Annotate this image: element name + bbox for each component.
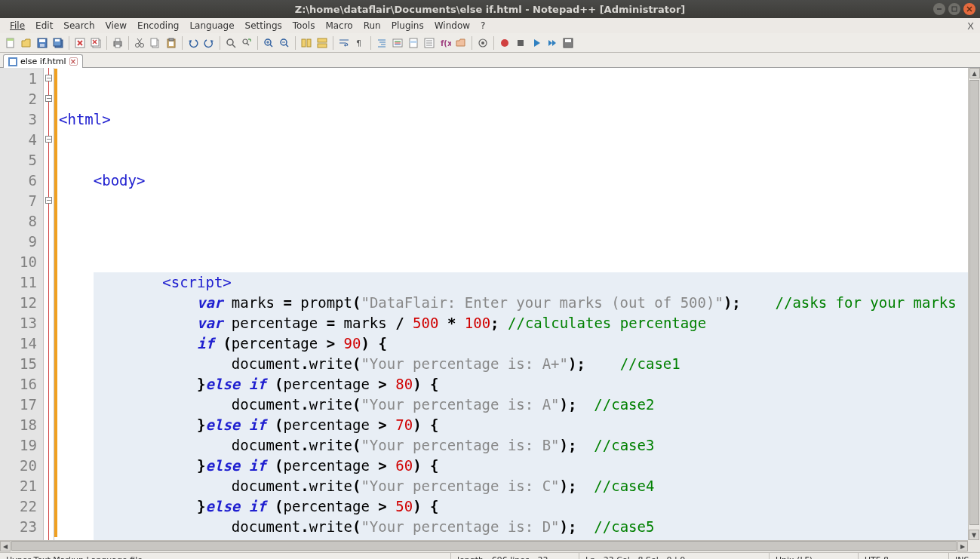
indent-guide-icon[interactable] bbox=[374, 35, 389, 51]
status-insert-mode[interactable]: INS bbox=[949, 553, 980, 559]
status-language: Hyper Text Markup Language file bbox=[0, 553, 451, 559]
open-file-icon[interactable] bbox=[19, 35, 34, 51]
scroll-left-icon[interactable]: ◀ bbox=[0, 541, 11, 551]
paste-icon[interactable] bbox=[164, 35, 179, 51]
window-controls bbox=[933, 3, 975, 15]
close-file-icon[interactable] bbox=[72, 35, 88, 51]
play-macro-icon[interactable] bbox=[529, 35, 544, 51]
svg-point-31 bbox=[227, 39, 233, 45]
show-all-chars-icon[interactable]: ¶ bbox=[352, 35, 367, 51]
close-all-icon[interactable] bbox=[88, 35, 103, 51]
save-macro-icon[interactable] bbox=[561, 35, 576, 51]
menu-run[interactable]: Run bbox=[358, 19, 386, 32]
svg-rect-5 bbox=[7, 38, 14, 41]
svg-rect-67 bbox=[518, 40, 524, 46]
svg-point-65 bbox=[481, 41, 484, 45]
svg-line-38 bbox=[270, 45, 272, 47]
redo-icon[interactable] bbox=[201, 35, 217, 51]
menu-language[interactable]: Language bbox=[184, 19, 239, 32]
menu-macro[interactable]: Macro bbox=[320, 19, 358, 32]
udl-icon[interactable] bbox=[390, 35, 405, 51]
fold-box-icon[interactable]: − bbox=[45, 75, 52, 81]
status-eol[interactable]: Unix (LF) bbox=[770, 553, 859, 559]
doc-list-icon[interactable] bbox=[422, 35, 437, 51]
svg-rect-8 bbox=[40, 44, 45, 47]
menu-plugins[interactable]: Plugins bbox=[386, 19, 429, 32]
code-area[interactable]: <html> <body> <script> var marks = promp… bbox=[57, 68, 968, 540]
save-icon[interactable] bbox=[35, 35, 50, 51]
sync-v-icon[interactable] bbox=[299, 35, 314, 51]
stop-macro-icon[interactable] bbox=[513, 35, 528, 51]
sync-h-icon[interactable] bbox=[315, 35, 330, 51]
record-macro-icon[interactable] bbox=[497, 35, 512, 51]
svg-text:f(x): f(x) bbox=[441, 39, 451, 48]
svg-point-66 bbox=[501, 39, 508, 47]
doc-map-icon[interactable] bbox=[406, 35, 421, 51]
svg-line-32 bbox=[232, 45, 235, 48]
zoom-in-icon[interactable] bbox=[261, 35, 276, 51]
close-button[interactable] bbox=[963, 3, 975, 15]
replace-icon[interactable] bbox=[239, 35, 254, 51]
fold-box-icon[interactable]: − bbox=[45, 95, 52, 102]
svg-rect-43 bbox=[307, 39, 311, 47]
scroll-thumb[interactable] bbox=[969, 80, 979, 525]
svg-rect-27 bbox=[151, 38, 157, 46]
tab-bar: else if.html × bbox=[0, 53, 980, 68]
svg-rect-69 bbox=[565, 39, 571, 42]
copy-icon[interactable] bbox=[148, 35, 163, 51]
new-file-icon[interactable] bbox=[3, 35, 18, 51]
tab-close-icon[interactable]: × bbox=[69, 57, 78, 66]
svg-rect-11 bbox=[55, 39, 60, 41]
scroll-down-icon[interactable]: ▼ bbox=[969, 530, 979, 540]
menu-file[interactable]: File bbox=[5, 19, 30, 32]
toolbar: ¶ f(x) bbox=[0, 33, 980, 53]
menu-help[interactable]: ? bbox=[475, 19, 490, 32]
wrap-icon[interactable] bbox=[336, 35, 352, 51]
menu-edit[interactable]: Edit bbox=[30, 19, 58, 32]
menu-bar: File Edit Search View Encoding Language … bbox=[0, 18, 980, 33]
menu-encoding[interactable]: Encoding bbox=[132, 19, 184, 32]
scroll-right-icon[interactable]: ▶ bbox=[957, 541, 968, 551]
undo-icon[interactable] bbox=[186, 35, 201, 51]
svg-line-41 bbox=[286, 45, 288, 47]
monitor-icon[interactable] bbox=[475, 35, 490, 51]
svg-rect-71 bbox=[10, 59, 16, 65]
zoom-out-icon[interactable] bbox=[277, 35, 292, 51]
print-icon[interactable] bbox=[110, 35, 125, 51]
menu-settings[interactable]: Settings bbox=[240, 19, 287, 32]
fold-box-icon[interactable]: − bbox=[45, 136, 52, 143]
status-encoding[interactable]: UTF-8 bbox=[859, 553, 949, 559]
line-gutter: 1234 5678 9101112 13141516 17181920 2122… bbox=[0, 68, 44, 540]
file-type-icon bbox=[8, 57, 17, 66]
file-tab[interactable]: else if.html × bbox=[3, 54, 83, 68]
close-secondary-button[interactable]: X bbox=[967, 20, 974, 32]
svg-rect-20 bbox=[115, 38, 120, 41]
fold-margin[interactable]: − − − − bbox=[44, 68, 54, 540]
func-list-icon[interactable]: f(x) bbox=[438, 35, 453, 51]
svg-rect-45 bbox=[318, 44, 327, 48]
svg-rect-21 bbox=[115, 45, 120, 48]
editor[interactable]: 1234 5678 9101112 13141516 17181920 2122… bbox=[0, 68, 980, 540]
save-all-icon[interactable] bbox=[51, 35, 66, 51]
menu-view[interactable]: View bbox=[100, 19, 132, 32]
vertical-scrollbar[interactable]: ▲ ▼ bbox=[968, 68, 980, 540]
find-icon[interactable] bbox=[223, 35, 238, 51]
scroll-up-icon[interactable]: ▲ bbox=[969, 68, 980, 78]
play-multi-icon[interactable] bbox=[545, 35, 560, 51]
status-length: length : 696 lines : 23 bbox=[451, 553, 579, 559]
fold-box-icon[interactable]: − bbox=[45, 197, 52, 204]
menu-window[interactable]: Window bbox=[429, 19, 475, 32]
svg-line-25 bbox=[137, 38, 141, 44]
folder-icon[interactable] bbox=[453, 35, 468, 51]
menu-tools[interactable]: Tools bbox=[287, 19, 321, 32]
menu-search[interactable]: Search bbox=[58, 19, 100, 32]
minimize-button[interactable] bbox=[933, 3, 945, 15]
maximize-button[interactable] bbox=[948, 3, 960, 15]
scroll-thumb-h[interactable] bbox=[11, 541, 957, 551]
cut-icon[interactable] bbox=[132, 35, 147, 51]
svg-line-24 bbox=[138, 38, 142, 44]
svg-rect-1 bbox=[952, 7, 957, 11]
horizontal-scrollbar-row: ◀ ▶ bbox=[0, 540, 980, 552]
horizontal-scrollbar[interactable]: ◀ ▶ bbox=[0, 540, 968, 552]
svg-rect-29 bbox=[169, 38, 174, 41]
